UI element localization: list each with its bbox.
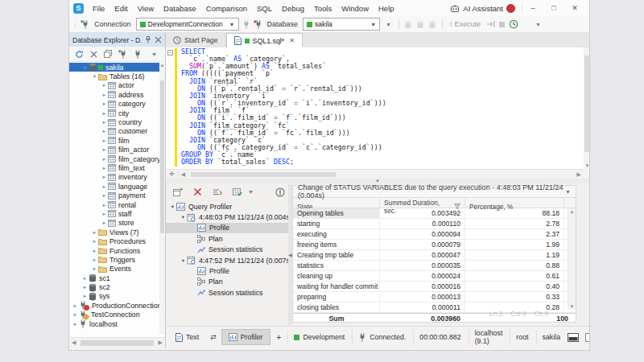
collapse-icon[interactable]: ▾ xyxy=(180,214,187,220)
close-button[interactable]: ✕ xyxy=(564,2,585,14)
expand-icon[interactable]: ▸ xyxy=(101,211,108,217)
cell-percentage[interactable]: 0.88 xyxy=(465,261,564,270)
cell-state[interactable]: freeing items xyxy=(293,240,380,249)
cell-duration[interactable]: 0.000047 xyxy=(380,250,465,260)
database-select[interactable]: sakila ▼ xyxy=(303,18,380,31)
tree-item-customer[interactable]: ▸customer xyxy=(69,127,159,136)
scroll-down-icon[interactable]: ▼ xyxy=(584,163,590,168)
cell-state[interactable]: cleaning up xyxy=(293,271,380,281)
disconnect-icon[interactable] xyxy=(254,20,262,29)
refresh-icon[interactable] xyxy=(75,50,84,59)
scroll-left-icon[interactable]: ◀ xyxy=(69,339,78,346)
expand-icon[interactable]: ▸ xyxy=(101,174,108,180)
environment-indicator[interactable]: Development xyxy=(287,330,350,344)
cell-percentage[interactable]: 0.40 xyxy=(465,282,564,291)
tab-sql1[interactable]: SQL1.sql* ✕ xyxy=(226,33,303,47)
table-row[interactable]: cleaning up0.0000240.61 xyxy=(293,271,576,282)
expand-icon[interactable]: ▸ xyxy=(101,192,108,199)
connection-state[interactable]: Connected. xyxy=(352,330,411,344)
host-indicator[interactable]: localhost (9.1) xyxy=(469,330,509,344)
info-icon[interactable] xyxy=(275,187,285,197)
expand-icon[interactable]: ▸ xyxy=(101,183,108,190)
tree-item-sc1[interactable]: ▸sc1 xyxy=(69,274,159,282)
menu-item-view[interactable]: View xyxy=(133,2,159,15)
tree-item-rental[interactable]: ▸rental xyxy=(69,200,159,209)
profiler-item-profile[interactable]: Profile xyxy=(166,265,288,276)
expand-icon[interactable]: ▸ xyxy=(101,220,108,226)
tree-item-functions[interactable]: ▸Functions xyxy=(69,246,159,255)
expand-icon[interactable]: ▸ xyxy=(81,275,89,282)
view-options-icon[interactable] xyxy=(233,188,242,196)
table-row[interactable]: executing0.0000942.37 xyxy=(293,229,576,240)
cell-percentage[interactable]: 2.37 xyxy=(465,229,564,239)
tree-item-store[interactable]: ▸store xyxy=(69,219,159,228)
cell-duration[interactable]: 0.000094 xyxy=(380,229,465,239)
tree-item-testconnection[interactable]: ▸TestConnection xyxy=(69,311,159,319)
cell-percentage[interactable]: 88.18 xyxy=(465,208,564,218)
editor-horizontal-scrollbar[interactable]: ✛ ◀ ▶ xyxy=(166,169,584,179)
cell-duration[interactable]: 0.000079 xyxy=(380,240,465,249)
menu-item-debug[interactable]: Debug xyxy=(277,2,309,15)
sql-editor[interactable]: − SELECT `c`.`name` AS `category`, SUM(`… xyxy=(166,47,584,169)
cell-percentage[interactable]: 0.33 xyxy=(465,292,564,302)
chevron-down-icon[interactable]: ▼ xyxy=(149,51,159,57)
cell-duration[interactable]: 0.000024 xyxy=(380,271,465,281)
expand-icon[interactable]: ▸ xyxy=(91,248,98,254)
duplicate-icon[interactable] xyxy=(104,50,112,58)
tree-item-film-text[interactable]: ▸film_text xyxy=(69,163,159,172)
menu-item-edit[interactable]: Edit xyxy=(109,2,132,15)
menu-item-database[interactable]: Database xyxy=(159,2,201,15)
expand-icon[interactable]: ▸ xyxy=(101,119,108,125)
table-row[interactable]: freeing items0.0000791.99 xyxy=(293,240,576,250)
expand-icon[interactable]: ▸ xyxy=(101,82,108,88)
scrollbar-thumb[interactable] xyxy=(584,56,590,152)
table-row[interactable]: preparing0.0000130.33 xyxy=(293,292,576,302)
fold-marker-icon[interactable]: − xyxy=(167,50,173,56)
collapse-icon[interactable]: ▾ xyxy=(169,204,176,210)
connect-icon[interactable] xyxy=(134,50,142,59)
collapse-icon[interactable]: ▾ xyxy=(91,73,98,80)
tree-item-film-category[interactable]: ▸film_category xyxy=(69,154,159,163)
delete-icon[interactable] xyxy=(90,51,97,58)
table-row[interactable]: Opening tables0.00349288.18 xyxy=(293,208,576,219)
cell-state[interactable]: closing tables xyxy=(293,302,380,312)
expand-icon[interactable]: ▸ xyxy=(91,265,98,272)
expand-icon[interactable]: ▸ xyxy=(101,165,108,171)
tree-item-tables-16[interactable]: ▾Tables (16) xyxy=(69,72,159,80)
scroll-left-icon[interactable]: ◀ xyxy=(179,171,188,178)
tab-start-page[interactable]: Start Page xyxy=(166,33,226,47)
expand-icon[interactable]: ▸ xyxy=(101,101,108,107)
tree-item-events[interactable]: ▸Events xyxy=(69,265,159,274)
tree-item-address[interactable]: ▸address xyxy=(69,90,159,99)
expand-icon[interactable]: ▸ xyxy=(72,321,79,327)
cell-duration[interactable]: 0.000016 xyxy=(380,282,465,291)
collapse-icon[interactable]: ▾ xyxy=(81,64,89,71)
cell-state[interactable]: Creating tmp table xyxy=(293,250,380,260)
cell-duration[interactable]: 0.000013 xyxy=(380,292,465,302)
results-pane-toggle-icon[interactable] xyxy=(568,333,579,342)
menu-item-window[interactable]: Window xyxy=(336,2,374,15)
expand-icon[interactable]: ▸ xyxy=(72,311,79,318)
cell-percentage[interactable]: 1.99 xyxy=(465,240,564,249)
ai-assistant-button[interactable]: AI Assistant xyxy=(450,4,522,13)
scroll-up-icon[interactable]: ▲ xyxy=(570,209,575,214)
scroll-up-icon[interactable]: ▲ xyxy=(159,63,165,68)
view-tab-text[interactable]: Text xyxy=(169,330,205,345)
expand-icon[interactable]: ▸ xyxy=(101,110,108,117)
scroll-down-icon[interactable]: ▼ xyxy=(570,304,575,309)
tree-item-sys[interactable]: ▸sys xyxy=(69,292,159,301)
cell-state[interactable]: statistics xyxy=(293,261,380,270)
cell-duration[interactable]: 0.000110 xyxy=(380,219,465,228)
query-history-icon[interactable] xyxy=(509,19,518,29)
expand-icon[interactable]: ▸ xyxy=(101,202,108,208)
new-connection-icon[interactable] xyxy=(80,20,89,29)
compare-results-icon[interactable] xyxy=(213,188,222,196)
tree-item-procedures[interactable]: ▸Procedures xyxy=(69,237,159,245)
profiler-item-plan[interactable]: Plan xyxy=(166,233,288,244)
menu-item-comparison[interactable]: Comparison xyxy=(201,2,252,15)
menu-item-help[interactable]: Help xyxy=(374,2,399,15)
close-tab-icon[interactable]: ✕ xyxy=(289,37,295,44)
profiler-item-session-statistics[interactable]: Session statistics xyxy=(166,287,288,298)
table-row[interactable]: Creating tmp table0.0000471.19 xyxy=(293,250,576,261)
cell-duration[interactable]: 0.000035 xyxy=(380,261,465,270)
